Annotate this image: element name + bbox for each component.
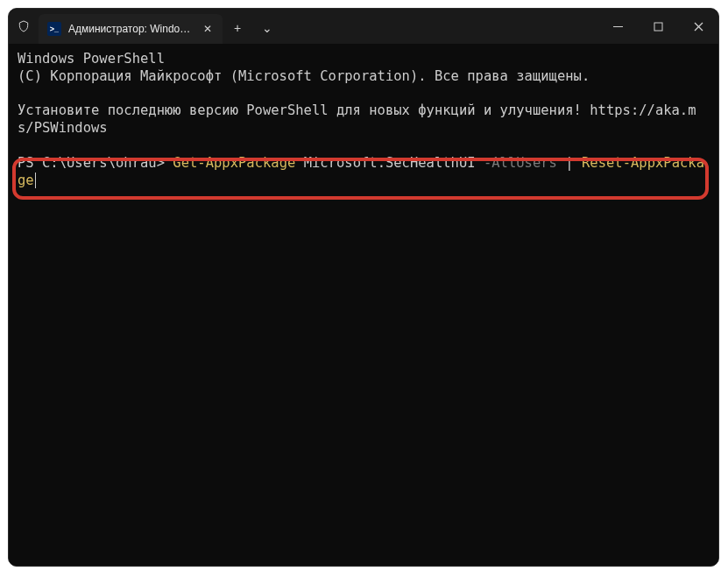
- tab-close-button[interactable]: ✕: [200, 21, 216, 37]
- tab-dropdown-button[interactable]: ⌄: [252, 13, 282, 43]
- text-cursor: [35, 173, 36, 188]
- app-shield-icon: [9, 9, 39, 44]
- cmdlet-get: Get-AppxPackage: [173, 155, 295, 171]
- cmd-flag: -AllUsers: [484, 155, 557, 171]
- svg-rect-1: [654, 23, 662, 31]
- tab-powershell-admin[interactable]: >_ Администратор: Windows Po ✕: [39, 14, 223, 44]
- terminal-window: >_ Администратор: Windows Po ✕ + ⌄ Windo…: [8, 8, 719, 567]
- titlebar: >_ Администратор: Windows Po ✕ + ⌄: [9, 9, 718, 44]
- terminal-area[interactable]: Windows PowerShell (C) Корпорация Майкро…: [9, 44, 718, 566]
- minimize-button[interactable]: [597, 9, 638, 44]
- cmd-arg: Microsoft.SecHealthUI: [304, 155, 476, 171]
- close-window-button[interactable]: [678, 9, 718, 44]
- pipe-operator: |: [565, 155, 573, 171]
- banner-line-1: Windows PowerShell: [18, 51, 165, 67]
- maximize-button[interactable]: [638, 9, 678, 44]
- powershell-icon: >_: [47, 22, 61, 36]
- notice-line: Установите последнюю версию PowerShell д…: [18, 102, 696, 136]
- prompt-text: PS C:\Users\ohrau>: [18, 155, 173, 171]
- banner-line-2: (C) Корпорация Майкрософт (Microsoft Cor…: [18, 68, 590, 84]
- tab-title: Администратор: Windows Po: [68, 23, 193, 35]
- new-tab-button[interactable]: +: [223, 13, 252, 43]
